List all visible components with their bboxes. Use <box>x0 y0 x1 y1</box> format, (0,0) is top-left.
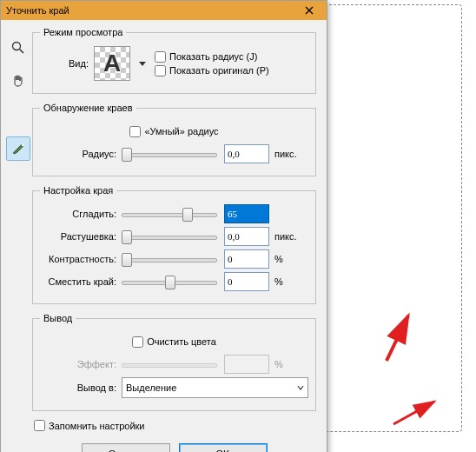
hand-icon <box>11 74 25 88</box>
adjust-edge-group: Настройка края Сгладить: Растушевка: пик… <box>32 185 316 304</box>
refine-edge-dialog: Уточнить край Режим просмотра Вид: <box>0 0 327 452</box>
effect-input <box>224 355 269 374</box>
output-to-label: Вывод в: <box>40 382 122 393</box>
decontaminate-checkbox[interactable] <box>132 336 143 348</box>
edge-detection-legend: Обнаружение краев <box>40 103 136 113</box>
dropdown-arrow-icon[interactable] <box>139 60 146 67</box>
edge-detection-group: Обнаружение краев «Умный» радиус Радиус:… <box>32 103 316 176</box>
contrast-slider[interactable] <box>122 251 217 267</box>
zoom-tool[interactable] <box>6 36 30 60</box>
svg-point-3 <box>13 43 21 50</box>
smart-radius-checkbox[interactable] <box>129 126 141 137</box>
cancel-button[interactable]: Отмена <box>82 443 170 452</box>
radius-input[interactable] <box>224 144 269 163</box>
magnifier-icon <box>11 41 25 55</box>
svg-point-5 <box>22 144 23 146</box>
output-legend: Вывод <box>40 313 76 323</box>
contrast-unit: % <box>274 254 283 264</box>
smooth-label: Сгладить: <box>40 209 122 219</box>
shift-input[interactable] <box>224 272 269 291</box>
decontaminate-check[interactable]: Очистить цвета <box>132 336 216 348</box>
radius-slider[interactable] <box>122 146 217 162</box>
effect-slider <box>122 356 217 372</box>
view-thumbnail[interactable]: A <box>94 46 130 81</box>
shift-slider[interactable] <box>122 274 217 289</box>
smooth-slider[interactable] <box>122 206 217 222</box>
view-mode-group: Режим просмотра Вид: A Показать радиус (… <box>32 27 316 94</box>
chevron-down-icon <box>297 384 304 391</box>
radius-unit: пикс. <box>274 149 297 159</box>
show-radius-checkbox[interactable] <box>155 51 166 63</box>
show-radius-check[interactable]: Показать радиус (J) <box>155 51 269 63</box>
canvas-preview: A <box>321 0 476 452</box>
window-title: Уточнить край <box>6 5 69 16</box>
adjust-edge-legend: Настройка края <box>40 185 116 196</box>
output-group: Вывод Очистить цвета Эффект: % Вывод в: … <box>32 313 316 411</box>
ok-button[interactable]: OK <box>179 443 268 452</box>
effect-label: Эффект: <box>40 359 122 369</box>
tool-column <box>4 27 32 452</box>
close-button[interactable] <box>292 1 327 20</box>
shift-label: Сместить край: <box>40 276 122 287</box>
view-label: Вид: <box>40 58 94 69</box>
svg-line-4 <box>20 50 24 54</box>
feather-label: Растушевка: <box>40 231 122 242</box>
selection-marquee <box>321 4 462 432</box>
contrast-input[interactable] <box>224 249 269 269</box>
brush-icon <box>10 141 26 156</box>
view-mode-legend: Режим просмотра <box>40 27 126 37</box>
shift-unit: % <box>274 276 283 287</box>
hand-tool[interactable] <box>6 69 30 93</box>
thumb-letter: A <box>103 50 121 77</box>
radius-label: Радиус: <box>40 149 122 159</box>
smooth-input[interactable] <box>224 204 269 223</box>
feather-slider[interactable] <box>122 229 217 244</box>
titlebar[interactable]: Уточнить край <box>1 1 327 20</box>
contrast-label: Контрастность: <box>40 254 122 264</box>
refine-brush-tool[interactable] <box>6 136 30 161</box>
feather-input[interactable] <box>224 227 269 246</box>
feather-unit: пикс. <box>274 231 297 242</box>
remember-settings-check[interactable]: Запомнить настройки <box>34 420 316 431</box>
close-icon <box>305 6 314 15</box>
smart-radius-check[interactable]: «Умный» радиус <box>129 126 218 137</box>
remember-settings-checkbox[interactable] <box>34 420 45 431</box>
show-original-checkbox[interactable] <box>155 65 166 76</box>
show-original-check[interactable]: Показать оригинал (P) <box>155 65 269 76</box>
output-to-select[interactable]: Выделение <box>122 377 308 398</box>
effect-unit: % <box>274 359 283 369</box>
